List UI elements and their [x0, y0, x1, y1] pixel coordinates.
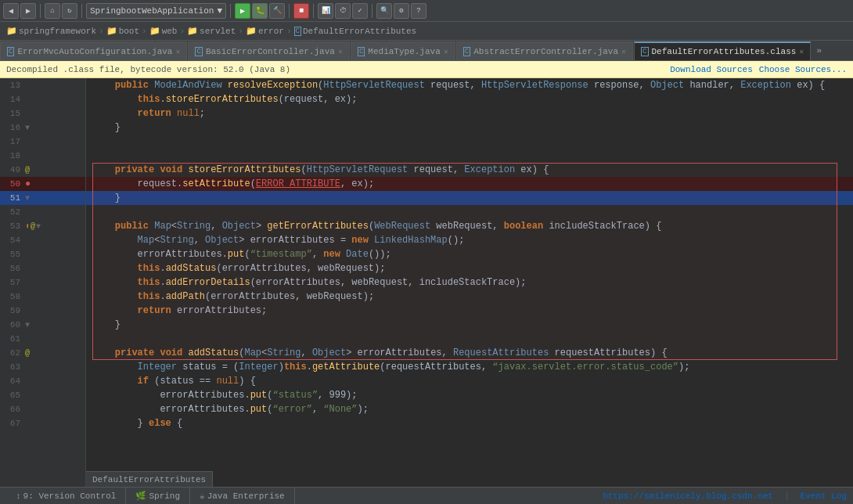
gutter-row-62: 62 @ [0, 346, 85, 360]
gutter-row-57: 57 [0, 275, 85, 290]
code-line-16: } [86, 121, 853, 135]
tab-close-icon[interactable]: ✕ [338, 47, 343, 56]
status-tabs: ↕ 9: Version Control 🌿 Spring ☕ Java Ent… [6, 488, 295, 505]
choose-sources-link[interactable]: Choose Sources... [759, 65, 847, 74]
settings-button[interactable]: ⚙ [394, 3, 409, 19]
code-line-17 [86, 135, 853, 149]
folder-icon: 📁 [246, 26, 257, 36]
breadcrumb-item-class[interactable]: C DefaultErrorAttributes [294, 27, 417, 36]
breakpoint-icon[interactable]: ● [25, 178, 31, 189]
code-line-56: this.addStatus(errorAttributes, webReque… [86, 261, 853, 275]
toolbar: ◀ ▶ ⌂ ↻ SpringbootWebApplication ▼ ▶ 🐛 🔨… [0, 0, 853, 22]
gutter-row-64: 64 [0, 374, 85, 388]
tab-abstract-error[interactable]: C AbstractErrorController.java ✕ [456, 41, 633, 60]
statusbar: ↕ 9: Version Control 🌿 Spring ☕ Java Ent… [0, 487, 853, 504]
gutter-row-66: 66 [0, 402, 85, 416]
gutter-row-50: 50 ● [0, 177, 85, 191]
gutter-row-13: 13 [0, 78, 85, 92]
gutter-row-14: 14 [0, 92, 85, 106]
gutter-row-63: 63 [0, 360, 85, 374]
breadcrumb-item-error[interactable]: 📁 error [246, 26, 284, 36]
code-line-54: Map<String, Object> errorAttributes = ne… [86, 233, 853, 247]
profile-button[interactable]: ⏱ [335, 3, 351, 19]
tab-close-icon[interactable]: ✕ [444, 47, 448, 56]
fold-icon[interactable]: ▼ [36, 222, 41, 231]
event-log[interactable]: Event Log [801, 491, 847, 501]
fold-icon[interactable]: ▼ [25, 194, 30, 203]
code-line-49: private void storeErrorAttributes(HttpSe… [86, 163, 853, 177]
coverage-button[interactable]: 📊 [318, 3, 333, 19]
folder-icon: 📁 [149, 26, 160, 36]
tab-close-icon[interactable]: ✕ [621, 47, 626, 56]
code-line-57: this.addErrorDetails(errorAttributes, we… [86, 275, 853, 290]
build-button[interactable]: 🔨 [269, 3, 285, 19]
folder-icon: 📁 [187, 26, 198, 36]
breadcrumb-item-servlet[interactable]: 📁 servlet [187, 26, 236, 36]
project-selector[interactable]: SpringbootWebApplication ▼ [86, 3, 226, 19]
back-button[interactable]: ◀ [3, 3, 19, 19]
forward-button[interactable]: ▶ [20, 3, 36, 19]
stop-button[interactable]: ■ [293, 3, 309, 19]
status-url: https://smilenicely.blog.csdn.net [603, 491, 773, 501]
tab-media-type[interactable]: C MediaType.java ✕ [351, 41, 455, 60]
gutter-row-53: 53 ⬆ @ ▼ [0, 219, 85, 233]
commit-button[interactable]: ✓ [352, 3, 368, 19]
tab-overflow-button[interactable]: » [812, 41, 826, 60]
breadcrumb-item-web[interactable]: 📁 web [149, 26, 178, 36]
gutter-row-56: 56 [0, 261, 85, 275]
code-line-14: this.storeErrorAttributes(request, ex); [86, 92, 853, 106]
java-enterprise-tab[interactable]: ☕ Java Enterprise [190, 488, 295, 505]
code-editor[interactable]: public ModelAndView resolveException(Htt… [86, 78, 853, 491]
breadcrumb-item-boot[interactable]: 📁 boot [106, 26, 139, 36]
code-line-60: } [86, 318, 853, 332]
folder-icon: 📁 [106, 26, 117, 36]
breadcrumb-item-springframework[interactable]: 📁 springframework [6, 26, 96, 36]
java-icon: ☕ [200, 491, 205, 501]
annotation-icon: @ [25, 349, 30, 358]
tab-error-mvc[interactable]: C ErrorMvcAutoConfiguration.java ✕ [0, 41, 187, 60]
tab-default-error-attrs[interactable]: C DefaultErrorAttributes.class ✕ [634, 41, 811, 60]
annotation-icon: @ [25, 166, 30, 175]
tab-close-icon[interactable]: ✕ [175, 47, 180, 56]
run-button[interactable]: ▶ [235, 3, 250, 19]
java-icon: C [358, 47, 365, 56]
spring-tab[interactable]: 🌿 Spring [126, 488, 190, 505]
project-name: SpringbootWebApplication [90, 6, 214, 16]
chevron-down-icon: ▼ [217, 6, 222, 16]
folder-icon: 📁 [6, 26, 17, 36]
status-right: https://smilenicely.blog.csdn.net | Even… [603, 491, 847, 501]
code-line-61 [86, 332, 853, 346]
gutter-row-18: 18 [0, 149, 85, 163]
java-icon: C [463, 47, 470, 56]
tab-close-icon[interactable]: ✕ [799, 47, 804, 56]
debug-icon: ⬆ [25, 221, 30, 231]
version-control-tab[interactable]: ↕ 9: Version Control [6, 488, 126, 505]
gutter-row-49: 49 @ [0, 163, 85, 177]
code-line-13: public ModelAndView resolveException(Htt… [86, 78, 853, 92]
bottom-file-label: DefaultErrorAttributes [86, 471, 213, 487]
gutter-row-58: 58 [0, 290, 85, 304]
gutter-row-67: 67 [0, 416, 85, 430]
help-button[interactable]: ? [411, 3, 426, 19]
debug-button[interactable]: 🐛 [252, 3, 268, 19]
code-line-55: errorAttributes.put(“timestamp”, new Dat… [86, 247, 853, 261]
code-line-65: errorAttributes.put(“status”, 999); [86, 388, 853, 402]
refresh-button[interactable]: ↻ [62, 3, 77, 19]
fold-icon[interactable]: ▼ [25, 124, 30, 132]
gutter-row-17: 17 [0, 135, 85, 149]
gutter-row-15: 15 [0, 106, 85, 121]
fold-icon[interactable]: ▼ [25, 321, 30, 329]
java-icon: C [7, 47, 14, 56]
gutter-row-61: 61 [0, 332, 85, 346]
search-button[interactable]: 🔍 [376, 3, 392, 19]
code-line-53: public Map<String, Object> getErrorAttri… [86, 219, 853, 233]
tab-bar: C ErrorMvcAutoConfiguration.java ✕ C Bas… [0, 41, 853, 61]
code-line-18 [86, 149, 853, 163]
code-line-52 [86, 205, 853, 219]
download-sources-link[interactable]: Download Sources [670, 65, 753, 74]
gutter-row-54: 54 [0, 233, 85, 247]
infobar: Decompiled .class file, bytecode version… [0, 61, 853, 78]
home-button[interactable]: ⌂ [45, 3, 60, 19]
gutter-row-59: 59 [0, 304, 85, 318]
tab-basic-error[interactable]: C BasicErrorController.java ✕ [188, 41, 349, 60]
